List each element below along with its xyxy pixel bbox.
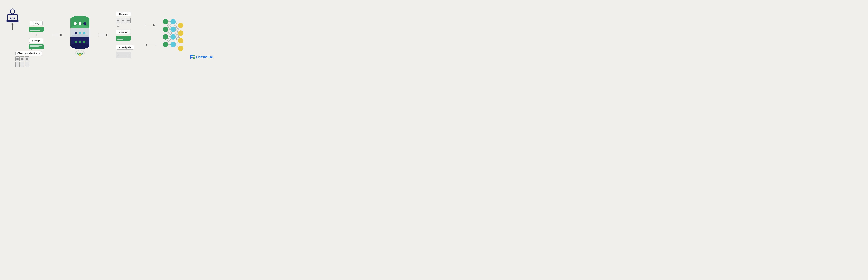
svg-marker-25	[106, 34, 108, 36]
arrow-right-1	[52, 33, 63, 37]
svg-point-60	[170, 34, 176, 39]
objects-docs	[116, 18, 130, 23]
svg-rect-68	[190, 57, 193, 58]
result-doc-4	[16, 62, 20, 67]
svg-point-11	[79, 22, 81, 25]
result-doc-5	[20, 62, 24, 67]
database-icon	[69, 13, 91, 51]
svg-marker-29	[145, 44, 147, 46]
ai-outputs-label: AI outputs	[116, 45, 134, 50]
svg-point-19	[70, 43, 90, 49]
doc-icon-3	[126, 18, 130, 23]
main-diagram: query + prompt	[4, 3, 213, 67]
objects-ai-docs	[16, 56, 29, 67]
ai-output-doc	[116, 52, 131, 58]
svg-point-59	[170, 27, 176, 32]
arrow-left-1	[145, 43, 156, 47]
objects-label: Objects	[116, 11, 131, 16]
result-doc-6	[25, 62, 29, 67]
svg-marker-6	[60, 34, 63, 36]
svg-point-17	[83, 32, 85, 34]
user-laptop-icon	[6, 8, 19, 22]
neural-network-icon	[162, 14, 185, 56]
doc-icon-1	[116, 18, 120, 23]
doc-icon-2	[121, 18, 125, 23]
svg-point-57	[163, 42, 168, 47]
arrows-vertical	[145, 23, 156, 47]
plus-sign-2: +	[117, 24, 119, 29]
svg-point-22	[83, 41, 85, 43]
svg-point-15	[75, 32, 77, 34]
svg-point-64	[178, 38, 183, 44]
arrow-right-2	[97, 33, 108, 37]
prompt-bubble-2	[116, 35, 131, 41]
svg-rect-70	[193, 57, 194, 58]
plus-sign-1: +	[35, 33, 38, 37]
prompt-label: prompt	[29, 38, 43, 43]
arrow-right-3	[145, 23, 156, 27]
svg-rect-71	[193, 58, 194, 59]
svg-point-56	[163, 34, 168, 39]
user-section	[4, 8, 21, 30]
svg-point-21	[79, 41, 81, 43]
database-section	[69, 13, 91, 57]
svg-point-61	[170, 42, 176, 47]
svg-point-63	[178, 30, 183, 36]
svg-rect-67	[190, 55, 193, 56]
objects-prompt-ai-section: Objects + prompt AI outputs	[114, 11, 139, 58]
friendli-section: FriendliAI	[190, 54, 213, 60]
svg-point-12	[84, 22, 86, 25]
prompt-label-2: prompt	[116, 30, 130, 34]
svg-point-10	[74, 22, 76, 25]
svg-marker-4	[11, 23, 14, 25]
svg-marker-27	[153, 24, 156, 26]
arrow-up-icon	[10, 23, 15, 30]
friendli-logo: FriendliAI	[190, 54, 213, 60]
result-doc-1	[16, 56, 20, 61]
svg-rect-69	[193, 55, 194, 56]
neural-network-section	[162, 14, 185, 56]
bottom-objects-ai-section: Objects + AI outputs	[16, 51, 42, 67]
query-prompt-section: query + prompt	[27, 21, 46, 49]
friendli-text: FriendliAI	[196, 55, 213, 59]
svg-point-55	[163, 27, 168, 32]
result-doc-3	[25, 56, 29, 61]
svg-point-65	[178, 46, 183, 51]
result-doc-2	[20, 56, 24, 61]
svg-rect-0	[10, 9, 14, 14]
friendli-logo-mark	[190, 54, 195, 60]
svg-point-16	[79, 32, 81, 34]
query-label: query	[30, 21, 42, 26]
svg-point-54	[163, 19, 168, 24]
svg-point-58	[170, 19, 176, 24]
query-bubble	[29, 27, 44, 32]
objects-ai-outputs-label: Objects + AI outputs	[16, 51, 42, 56]
weaviate-logo	[75, 49, 85, 57]
svg-point-62	[178, 23, 183, 28]
svg-point-20	[75, 41, 77, 43]
prompt-bubble	[29, 44, 44, 49]
